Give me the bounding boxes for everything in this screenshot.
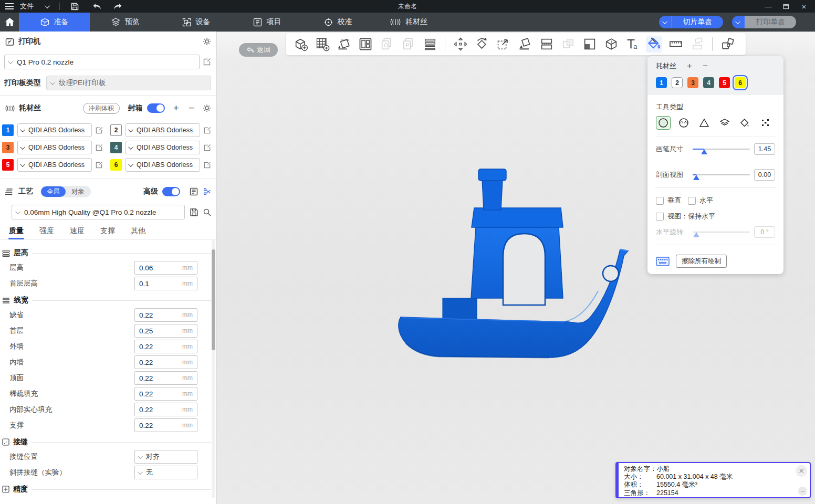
parameter-table-icon[interactable]: [190, 187, 198, 196]
save-preset-icon[interactable]: [190, 208, 198, 217]
flush-volume-button[interactable]: 冲刷体积: [83, 103, 120, 114]
maximize-button[interactable]: [777, 0, 795, 13]
param-input-first-layer-height[interactable]: 0.1mm: [134, 277, 197, 290]
filament-select-3[interactable]: QIDI ABS Odorless: [17, 141, 92, 154]
lay-flat-tool-icon[interactable]: [517, 36, 533, 52]
filament-chip-3[interactable]: 3: [2, 142, 14, 153]
text-tool-icon[interactable]: a: [624, 36, 641, 52]
filament-select-2[interactable]: QIDI ABS Odorless: [126, 123, 200, 137]
filament-edit-icon-6[interactable]: [203, 161, 211, 169]
box-toggle[interactable]: [147, 103, 165, 113]
paint-swatch-4[interactable]: 4: [703, 77, 714, 88]
minimize-button[interactable]: —: [759, 0, 777, 13]
move-tool-icon[interactable]: [452, 36, 468, 52]
add-model-icon[interactable]: [292, 36, 309, 52]
filament-chip-2[interactable]: 2: [110, 124, 122, 136]
filament-edit-icon-2[interactable]: [203, 127, 211, 134]
filament-edit-icon-1[interactable]: [95, 127, 103, 134]
filament-chip-4[interactable]: 4: [110, 142, 122, 153]
params-scrollbar-thumb[interactable]: [212, 249, 215, 350]
redo-icon[interactable]: [112, 2, 123, 11]
filament-select-6[interactable]: QIDI ABS Odorless: [126, 158, 200, 172]
paint-swatch-6-selected[interactable]: 6: [735, 77, 746, 88]
merge-tool-icon[interactable]: [560, 36, 576, 52]
paint-swatch-5[interactable]: 5: [719, 77, 730, 88]
paint-swatch-1[interactable]: 1: [656, 77, 667, 88]
slice-options-chevron-icon[interactable]: [659, 16, 672, 28]
add-plate-icon[interactable]: [314, 36, 330, 52]
circle-brush-tool[interactable]: [656, 116, 671, 130]
print-options-chevron-icon[interactable]: [732, 16, 745, 28]
filament-select-4[interactable]: QIDI ABS Odorless: [126, 141, 200, 154]
brush-size-value[interactable]: 1.45: [754, 143, 775, 155]
tab-support[interactable]: 支撑: [92, 226, 123, 239]
split-objects-icon[interactable]: [719, 36, 736, 52]
benchy-model[interactable]: [396, 166, 633, 360]
search-preset-icon[interactable]: [203, 208, 211, 216]
assembly-tool-icon[interactable]: [689, 36, 705, 52]
sphere-brush-tool[interactable]: [676, 116, 691, 130]
tab-project[interactable]: 项目: [232, 13, 302, 32]
filament-chip-6[interactable]: 6: [110, 159, 122, 171]
close-button[interactable]: ×: [795, 0, 813, 13]
auto-arrange-icon[interactable]: AUTO: [336, 36, 352, 52]
filament-select-1[interactable]: QIDI ABS Odorless: [17, 123, 92, 137]
hamburger-menu-icon[interactable]: [4, 2, 15, 11]
copy-icon[interactable]: O: [379, 36, 395, 52]
compare-presets-icon[interactable]: [203, 187, 211, 196]
tab-quality[interactable]: 质量: [1, 226, 32, 239]
print-plate-button[interactable]: 打印单盘: [732, 16, 796, 28]
info-close-icon[interactable]: ✕: [796, 465, 807, 477]
tab-speed[interactable]: 速度: [62, 226, 92, 239]
param-input-internal-solid-width[interactable]: 0.22mm: [134, 403, 197, 416]
back-button[interactable]: 返回: [239, 43, 278, 57]
measure-tool-icon[interactable]: [667, 36, 684, 52]
printer-edit-icon[interactable]: [203, 58, 211, 66]
file-menu[interactable]: 文件: [20, 2, 34, 11]
gap-fill-tool[interactable]: [758, 116, 773, 130]
color-paint-tool-icon[interactable]: [646, 36, 662, 52]
param-input-first-layer-width[interactable]: 0.25mm: [134, 324, 197, 338]
paint-remove-filament-button[interactable]: −: [703, 62, 708, 70]
brush-size-slider[interactable]: [693, 149, 750, 150]
save-icon[interactable]: [69, 2, 80, 11]
arrange-layout-icon[interactable]: [357, 36, 373, 52]
process-preset-select[interactable]: 0.06mm High Quality @Q1 Pro 0.2 nozzle: [12, 205, 185, 219]
param-input-default-width[interactable]: 0.22mm: [134, 308, 197, 322]
scarf-seam-select[interactable]: 无: [134, 466, 197, 479]
fill-bucket-tool[interactable]: [738, 116, 753, 130]
filament-edit-icon-5[interactable]: [95, 161, 103, 169]
tab-calibration[interactable]: 校准: [302, 13, 373, 32]
tab-strength[interactable]: 强度: [32, 226, 62, 239]
triangle-tool[interactable]: [697, 116, 712, 130]
param-input-sparse-infill-width[interactable]: 0.22mm: [134, 387, 197, 401]
keyboard-shortcuts-icon[interactable]: [656, 257, 670, 266]
info-collapse-icon[interactable]: −: [798, 487, 807, 496]
tab-prepare[interactable]: 准备: [19, 13, 90, 32]
horizontal-checkbox[interactable]: [688, 197, 696, 205]
section-view-value[interactable]: 0.00: [754, 169, 775, 181]
param-input-top-surface-width[interactable]: 0.22mm: [134, 371, 197, 385]
rotate-tool-icon[interactable]: [474, 36, 490, 52]
seam-position-select[interactable]: 对齐: [134, 450, 197, 464]
printer-select[interactable]: Q1 Pro 0.2 nozzle: [4, 55, 200, 69]
remove-filament-button[interactable]: −: [189, 102, 194, 114]
scope-global-segment[interactable]: 全局: [41, 186, 66, 197]
paint-add-filament-button[interactable]: +: [687, 62, 692, 70]
section-view-slider[interactable]: [693, 174, 750, 175]
seam-paint-tool-icon[interactable]: [603, 36, 619, 52]
filament-chip-1[interactable]: 1: [2, 124, 14, 136]
view-keep-horizontal-checkbox[interactable]: [656, 213, 664, 220]
cut-tool-icon[interactable]: [538, 36, 555, 52]
filament-edit-icon-3[interactable]: [95, 144, 103, 152]
file-menu-chevron-icon[interactable]: [45, 3, 50, 8]
param-input-outer-wall-width[interactable]: 0.22mm: [134, 340, 197, 353]
filament-settings-gear-icon[interactable]: [203, 104, 211, 112]
slice-plate-button[interactable]: 切片单盘: [659, 16, 723, 28]
tab-others[interactable]: 其他: [123, 226, 153, 239]
param-input-inner-wall-width[interactable]: 0.22mm: [134, 355, 197, 369]
layers-list-icon[interactable]: [422, 36, 438, 52]
plate-type-select[interactable]: 纹理PEI打印板: [46, 76, 211, 90]
filament-chip-5[interactable]: 5: [2, 159, 14, 171]
vertical-checkbox[interactable]: [656, 197, 664, 205]
